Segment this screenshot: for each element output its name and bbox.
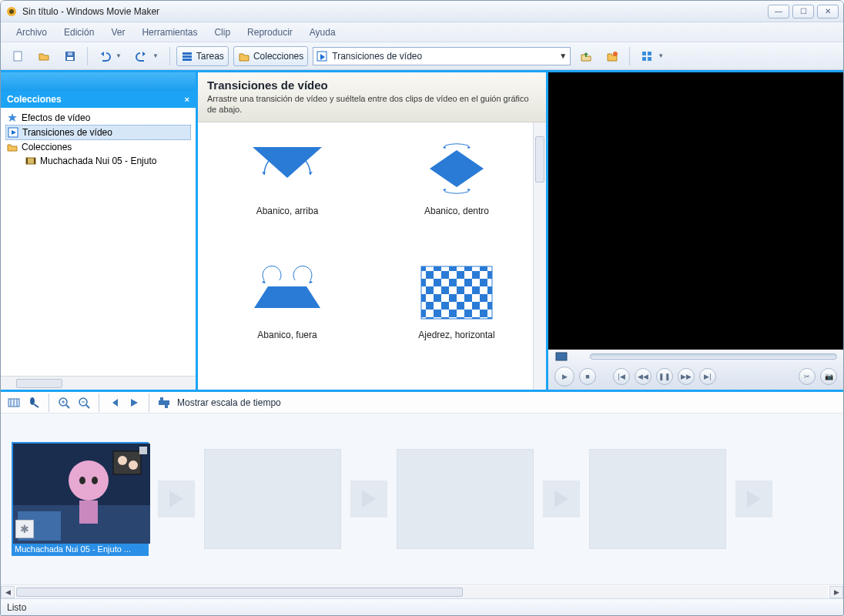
menu-ayuda[interactable]: Ayuda bbox=[302, 24, 343, 41]
rewind-start-icon[interactable] bbox=[107, 396, 121, 410]
svg-point-48 bbox=[129, 460, 138, 470]
stop-button[interactable]: ■ bbox=[579, 368, 596, 385]
film-icon bbox=[25, 156, 36, 166]
toggle-view-icon[interactable] bbox=[157, 396, 171, 410]
transitions-grid: Abanico, arriba Abanico, dentro Abanico,… bbox=[198, 122, 546, 390]
next-button[interactable]: ▶| bbox=[699, 368, 716, 385]
svg-rect-11 bbox=[642, 52, 646, 55]
timeline-icon[interactable] bbox=[7, 396, 21, 410]
menu-edicion[interactable]: Edición bbox=[56, 24, 102, 41]
empty-clip-slot[interactable] bbox=[397, 449, 534, 549]
close-button[interactable]: ✕ bbox=[817, 5, 839, 18]
content-vscrollbar[interactable] bbox=[533, 122, 546, 390]
menu-ver[interactable]: Ver bbox=[103, 24, 132, 41]
app-window: Sin título - Windows Movie Maker — ☐ ✕ A… bbox=[0, 0, 844, 616]
pause-button[interactable]: ❚❚ bbox=[656, 368, 673, 385]
tasks-label: Tareas bbox=[196, 51, 224, 62]
scroll-right-button[interactable]: ▶ bbox=[829, 586, 843, 598]
transition-item[interactable]: Ajedrez, horizontal bbox=[372, 256, 541, 380]
chevron-down-icon: ▼ bbox=[559, 52, 567, 60]
empty-clip-slot[interactable] bbox=[204, 449, 341, 549]
svg-line-34 bbox=[86, 405, 89, 408]
svg-rect-8 bbox=[183, 59, 192, 61]
svg-rect-18 bbox=[34, 158, 35, 164]
narrate-icon[interactable] bbox=[27, 396, 41, 410]
fullscreen-icon[interactable] bbox=[554, 351, 568, 362]
menu-clip[interactable]: Clip bbox=[206, 24, 238, 41]
transition-preview bbox=[414, 263, 499, 322]
transition-label: Abanico, arriba bbox=[256, 206, 319, 216]
save-button[interactable] bbox=[59, 46, 81, 66]
svg-point-27 bbox=[30, 397, 35, 405]
transition-item[interactable]: Abanico, dentro bbox=[372, 132, 541, 256]
view-mode-button[interactable]: ▼ bbox=[636, 46, 668, 66]
empty-clip-slot[interactable] bbox=[589, 449, 726, 549]
tree-item-transitions[interactable]: Transiciones de vídeo bbox=[5, 125, 191, 140]
seek-bar[interactable] bbox=[590, 353, 837, 360]
transition-label: Abanico, dentro bbox=[424, 206, 489, 216]
transition-preview bbox=[245, 263, 330, 322]
tree-label: Colecciones bbox=[22, 142, 72, 152]
svg-rect-7 bbox=[183, 55, 192, 58]
content-heading: Transiciones de vídeo bbox=[207, 79, 537, 92]
timeline-toggle-label[interactable]: Mostrar escala de tiempo bbox=[177, 397, 281, 408]
preview-screen[interactable] bbox=[548, 72, 843, 350]
minimize-button[interactable]: — bbox=[768, 5, 789, 18]
svg-rect-5 bbox=[68, 52, 72, 55]
snapshot-button[interactable]: 📷 bbox=[820, 368, 837, 385]
svg-rect-36 bbox=[159, 400, 169, 405]
sidebar-hscrollbar[interactable] bbox=[1, 376, 196, 390]
tree-item-clip[interactable]: Muchachada Nui 05 - Enjuto bbox=[24, 154, 191, 168]
maximize-button[interactable]: ☐ bbox=[792, 5, 814, 18]
clip-thumbnail: ✱ bbox=[12, 442, 149, 542]
bottom-panel: Mostrar escala de tiempo bbox=[1, 392, 843, 598]
svg-rect-21 bbox=[421, 266, 492, 319]
storyboard-hscrollbar[interactable]: ◀ ▶ bbox=[1, 584, 843, 598]
tree-item-collections-root[interactable]: Colecciones bbox=[5, 140, 191, 154]
collections-button[interactable]: Colecciones bbox=[233, 46, 308, 66]
menu-reproducir[interactable]: Reproducir bbox=[239, 24, 300, 41]
transition-slot[interactable] bbox=[735, 480, 772, 517]
scroll-left-button[interactable]: ◀ bbox=[1, 586, 15, 598]
collections-tree[interactable]: Efectos de vídeo Transiciones de vídeo C… bbox=[1, 108, 196, 376]
svg-rect-38 bbox=[165, 405, 168, 408]
scroll-thumb[interactable] bbox=[16, 588, 463, 597]
sidebar-close-button[interactable]: × bbox=[185, 95, 189, 104]
svg-line-28 bbox=[34, 404, 39, 407]
title-bar[interactable]: Sin título - Windows Movie Maker — ☐ ✕ bbox=[1, 1, 843, 22]
preview-controls: ▶ ■ |◀ ◀◀ ❚❚ ▶▶ ▶| ✂ 📷 bbox=[548, 350, 843, 390]
storyboard[interactable]: ✱ Muchachada Nui 05 - Enjuto ... bbox=[1, 413, 843, 584]
zoom-in-icon[interactable] bbox=[57, 396, 71, 410]
transition-preview bbox=[414, 139, 499, 198]
tasks-button[interactable]: Tareas bbox=[176, 46, 229, 66]
redo-button[interactable]: ▼ bbox=[131, 46, 163, 66]
play-square-icon bbox=[8, 127, 18, 138]
svg-rect-13 bbox=[642, 57, 646, 61]
prev-button[interactable]: |◀ bbox=[613, 368, 630, 385]
transition-slot[interactable] bbox=[543, 480, 580, 517]
transition-item[interactable]: Abanico, fuera bbox=[203, 256, 372, 380]
new-folder-button[interactable] bbox=[601, 46, 623, 66]
transition-slot[interactable] bbox=[158, 480, 195, 517]
forward-button[interactable]: ▶▶ bbox=[678, 368, 695, 385]
menu-archivo[interactable]: Archivo bbox=[8, 24, 55, 41]
storyboard-clip[interactable]: ✱ Muchachada Nui 05 - Enjuto ... bbox=[12, 442, 149, 556]
split-button[interactable]: ✂ bbox=[799, 368, 816, 385]
menu-herramientas[interactable]: Herramientas bbox=[134, 24, 205, 41]
play-button[interactable]: ▶ bbox=[554, 367, 574, 387]
open-button[interactable] bbox=[33, 46, 55, 66]
location-combobox[interactable]: Transiciones de vídeo ▼ bbox=[313, 47, 571, 65]
transition-item[interactable]: Abanico, arriba bbox=[203, 132, 372, 256]
svg-point-1 bbox=[9, 9, 14, 14]
rewind-button[interactable]: ◀◀ bbox=[635, 368, 651, 385]
undo-button[interactable]: ▼ bbox=[94, 46, 126, 66]
new-button[interactable] bbox=[7, 46, 28, 66]
effect-indicator-icon: ✱ bbox=[15, 520, 34, 538]
transition-slot[interactable] bbox=[350, 480, 387, 517]
tree-item-effects[interactable]: Efectos de vídeo bbox=[5, 111, 191, 125]
play-storyboard-icon[interactable] bbox=[127, 396, 141, 410]
svg-point-10 bbox=[613, 52, 618, 56]
zoom-out-icon[interactable] bbox=[77, 396, 91, 410]
up-level-button[interactable] bbox=[575, 46, 597, 66]
transition-label: Abanico, fuera bbox=[257, 330, 316, 340]
